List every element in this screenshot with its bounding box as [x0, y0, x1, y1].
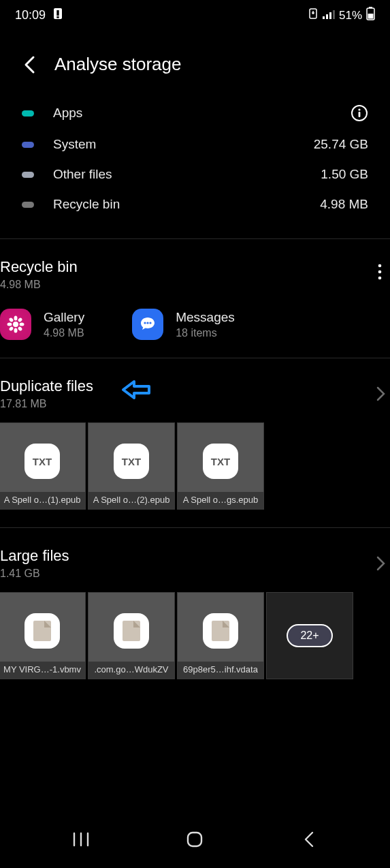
section-duplicate-files[interactable]: Duplicate files 17.81 MB TXT A Spell o…(…: [0, 358, 390, 527]
more-files-tile[interactable]: 22+: [266, 592, 353, 679]
svg-point-18: [14, 316, 18, 321]
svg-point-24: [8, 326, 14, 331]
messages-icon: [132, 309, 163, 340]
storage-category-list: Apps System 25.74 GB Other files 1.50 GB…: [22, 82, 368, 238]
svg-rect-4: [323, 16, 325, 19]
more-count-badge: 22+: [287, 624, 332, 647]
svg-rect-10: [368, 14, 374, 19]
document-file-icon: [25, 613, 60, 649]
duplicates-size: 17.81 MB: [0, 398, 93, 410]
file-thumbnail[interactable]: TXT A Spell o…gs.epub: [177, 422, 264, 510]
svg-rect-2: [56, 16, 59, 18]
file-thumbnail[interactable]: TXT A Spell o…(1).epub: [0, 422, 86, 510]
svg-point-25: [17, 326, 22, 331]
file-name: MY VIRG…-1.vbmv: [0, 662, 85, 679]
svg-point-21: [20, 323, 25, 326]
file-thumbnail[interactable]: TXT A Spell o…(2).epub: [88, 422, 175, 510]
chevron-right-icon: [371, 384, 390, 403]
chevron-right-icon: [371, 554, 390, 573]
svg-point-27: [147, 322, 149, 324]
svg-point-15: [378, 270, 382, 274]
file-name: A Spell o…(2).epub: [88, 492, 174, 509]
txt-file-icon: TXT: [114, 444, 149, 479]
category-dot-icon: [22, 142, 34, 148]
system-nav-bar: [0, 820, 390, 868]
svg-point-23: [17, 317, 22, 322]
storage-row-system[interactable]: System 25.74 GB: [22, 129, 368, 159]
svg-point-26: [144, 322, 146, 324]
status-time: 10:09: [15, 8, 46, 22]
large-title: Large files: [0, 547, 371, 565]
storage-value: 4.98 MB: [320, 197, 368, 212]
recycle-item-messages[interactable]: Messages 18 items: [132, 309, 235, 340]
svg-point-22: [8, 317, 14, 322]
recycle-title: Recycle bin: [0, 258, 370, 276]
page-header: Analyse storage: [0, 29, 390, 82]
document-file-icon: [114, 613, 149, 649]
duplicates-title: Duplicate files: [0, 377, 93, 395]
storage-label: Apps: [53, 106, 351, 121]
svg-rect-32: [188, 833, 201, 846]
storage-label: Recycle bin: [53, 197, 320, 212]
storage-value: 25.74 GB: [314, 137, 368, 152]
svg-point-16: [378, 277, 382, 280]
file-thumbnail[interactable]: .com.go…WdukZV: [88, 592, 175, 679]
file-thumbnail[interactable]: MY VIRG…-1.vbmv: [0, 592, 86, 679]
svg-point-20: [7, 323, 12, 326]
svg-point-14: [378, 264, 382, 268]
large-size: 1.41 GB: [0, 568, 371, 580]
svg-point-19: [14, 328, 18, 333]
recycle-size: 4.98 MB: [0, 279, 370, 291]
storage-row-other-files[interactable]: Other files 1.50 GB: [22, 159, 368, 189]
svg-rect-7: [333, 10, 335, 19]
battery-percent: 51%: [339, 9, 362, 22]
file-name: 69p8er5…ihf.vdata: [178, 662, 263, 679]
svg-point-17: [13, 322, 18, 327]
notification-icon: [52, 7, 63, 23]
file-name: A Spell o…gs.epub: [178, 492, 263, 509]
status-bar: 10:09 51%: [0, 0, 390, 29]
recycle-more-button[interactable]: [370, 258, 390, 285]
storage-label: System: [53, 137, 314, 152]
category-dot-icon: [22, 202, 34, 208]
info-icon[interactable]: [351, 104, 368, 122]
storage-row-recycle-bin[interactable]: Recycle bin 4.98 MB: [22, 189, 368, 219]
storage-value: 1.50 GB: [321, 167, 368, 182]
txt-file-icon: TXT: [203, 444, 238, 479]
page-title: Analyse storage: [54, 54, 181, 75]
category-dot-icon: [22, 110, 34, 117]
document-file-icon: [203, 613, 238, 649]
gallery-icon: [0, 309, 31, 340]
recycle-item-sub: 4.98 MB: [44, 327, 84, 339]
svg-rect-1: [56, 10, 59, 16]
home-button[interactable]: [174, 826, 215, 853]
svg-rect-13: [359, 112, 361, 117]
recycle-item-label: Gallery: [44, 310, 84, 325]
recycle-item-gallery[interactable]: Gallery 4.98 MB: [0, 309, 84, 340]
recycle-item-label: Messages: [176, 310, 235, 325]
arrow-left-icon: [120, 377, 152, 405]
category-dot-icon: [22, 172, 34, 178]
file-thumbnail[interactable]: 69p8er5…ihf.vdata: [177, 592, 264, 679]
signal-icon: [323, 9, 335, 22]
battery-icon: [366, 7, 375, 24]
svg-rect-6: [329, 12, 331, 19]
section-recycle-bin[interactable]: Recycle bin 4.98 MB Gallery 4.98 MB Mess…: [0, 239, 390, 358]
recents-button[interactable]: [61, 826, 101, 853]
svg-point-28: [150, 322, 152, 324]
section-large-files[interactable]: Large files 1.41 GB MY VIRG…-1.vbmv .com…: [0, 528, 390, 697]
svg-point-12: [358, 108, 360, 110]
file-name: .com.go…WdukZV: [88, 662, 174, 679]
storage-row-apps[interactable]: Apps: [22, 97, 368, 129]
recycle-item-sub: 18 items: [176, 327, 235, 339]
svg-rect-5: [326, 14, 328, 19]
file-name: A Spell o…(1).epub: [0, 492, 85, 509]
txt-file-icon: TXT: [25, 444, 60, 479]
back-button[interactable]: [20, 55, 39, 74]
storage-label: Other files: [53, 167, 321, 182]
data-saver-icon: [308, 7, 319, 23]
back-nav-button[interactable]: [289, 826, 329, 853]
